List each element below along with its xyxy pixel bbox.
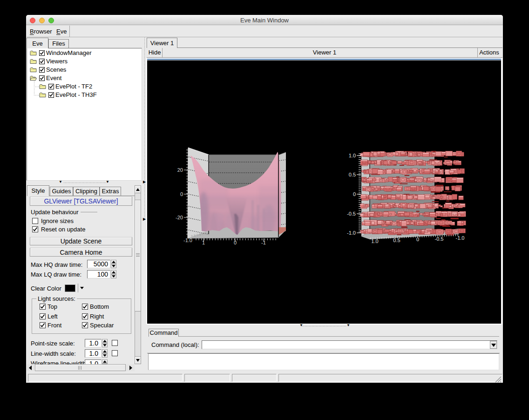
svg-text:1: 1 xyxy=(202,240,205,245)
svg-text:-1.0: -1.0 xyxy=(347,230,356,236)
svg-text:1.0: 1.0 xyxy=(349,153,356,158)
svg-text:0: 0 xyxy=(353,191,356,197)
svg-text:-1: -1 xyxy=(261,240,266,245)
svg-text:0: 0 xyxy=(416,237,419,242)
svg-text:-1.0: -1.0 xyxy=(183,237,192,243)
svg-text:0: 0 xyxy=(180,191,183,197)
svg-text:-1.0: -1.0 xyxy=(456,235,465,241)
svg-text:-0.5: -0.5 xyxy=(347,211,356,217)
svg-text:1.0: 1.0 xyxy=(371,238,378,244)
svg-text:0.5: 0.5 xyxy=(393,237,400,243)
svg-text:-0.5: -0.5 xyxy=(435,236,444,242)
svg-text:-20: -20 xyxy=(176,215,183,220)
svg-text:0: 0 xyxy=(234,240,237,245)
svg-text:20: 20 xyxy=(177,167,183,173)
svg-text:0.5: 0.5 xyxy=(349,172,356,177)
